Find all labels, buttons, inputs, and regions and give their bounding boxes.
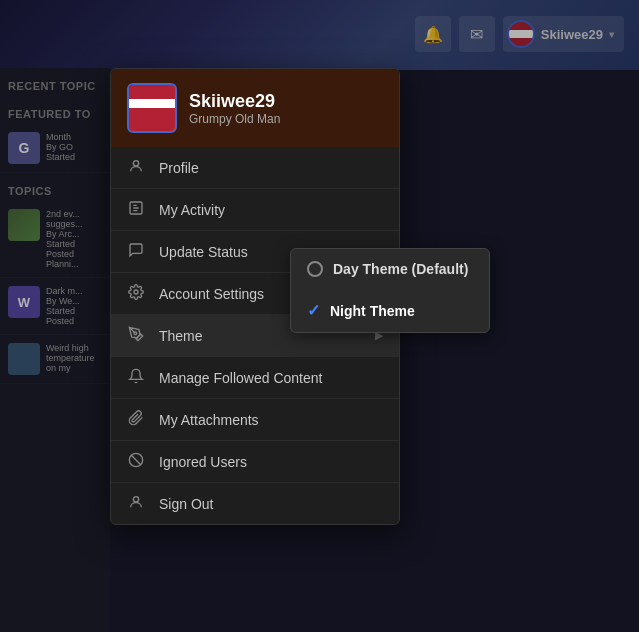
dropdown-item-manage-followed[interactable]: Manage Followed Content <box>111 357 399 399</box>
svg-point-3 <box>134 332 137 335</box>
manage-followed-icon <box>127 368 145 387</box>
day-theme-label: Day Theme (Default) <box>333 261 468 277</box>
dropdown-username: Skiiwee29 <box>189 91 280 112</box>
night-theme-check-icon: ✓ <box>307 301 320 320</box>
attachments-label: My Attachments <box>159 412 383 428</box>
svg-line-5 <box>131 455 140 464</box>
dropdown-subtitle: Grumpy Old Man <box>189 112 280 126</box>
attachments-icon <box>127 410 145 429</box>
manage-followed-label: Manage Followed Content <box>159 370 383 386</box>
dropdown-item-my-activity[interactable]: My Activity <box>111 189 399 231</box>
dropdown-user-avatar <box>127 83 177 133</box>
profile-label: Profile <box>159 160 383 176</box>
svg-point-2 <box>134 290 138 294</box>
sign-out-label: Sign Out <box>159 496 383 512</box>
svg-point-0 <box>133 161 138 166</box>
svg-point-6 <box>133 497 138 502</box>
dropdown-item-attachments[interactable]: My Attachments <box>111 399 399 441</box>
update-status-icon <box>127 242 145 261</box>
ignored-users-label: Ignored Users <box>159 454 383 470</box>
dropdown-item-profile[interactable]: Profile <box>111 147 399 189</box>
theme-option-day[interactable]: Day Theme (Default) <box>291 249 489 289</box>
ignored-users-icon <box>127 452 145 471</box>
night-theme-label: Night Theme <box>330 303 415 319</box>
dropdown-user-info: Skiiwee29 Grumpy Old Man <box>189 91 280 126</box>
profile-icon <box>127 158 145 177</box>
theme-option-night[interactable]: ✓ Night Theme <box>291 289 489 332</box>
dropdown-item-sign-out[interactable]: Sign Out <box>111 483 399 524</box>
theme-submenu: Day Theme (Default) ✓ Night Theme <box>290 248 490 333</box>
day-theme-radio <box>307 261 323 277</box>
activity-icon <box>127 200 145 219</box>
settings-icon <box>127 284 145 303</box>
theme-icon <box>127 326 145 345</box>
activity-label: My Activity <box>159 202 383 218</box>
sign-out-icon <box>127 494 145 513</box>
dropdown-avatar-inner <box>129 85 175 131</box>
dropdown-header[interactable]: Skiiwee29 Grumpy Old Man <box>111 69 399 147</box>
dropdown-item-ignored-users[interactable]: Ignored Users <box>111 441 399 483</box>
